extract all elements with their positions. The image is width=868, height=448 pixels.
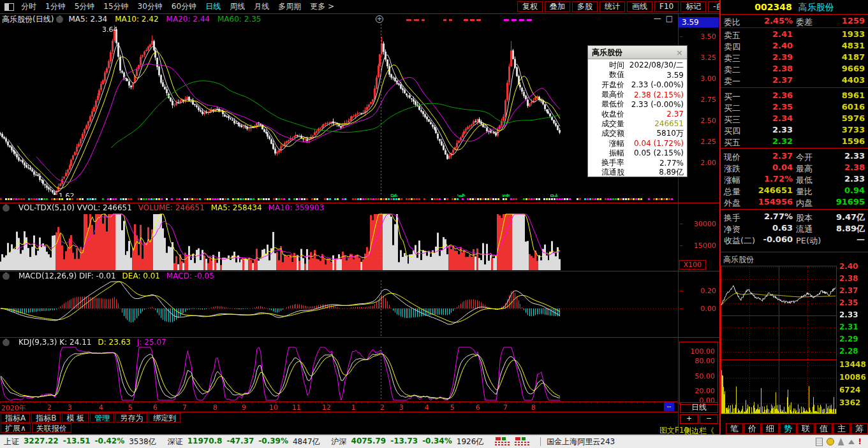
popup-row-9: 振幅0.05 (2.15%): [588, 148, 687, 158]
quote-value: 2.33: [844, 174, 865, 184]
period-tab-9[interactable]: 多周期: [278, 1, 301, 12]
zoom-in-button[interactable]: +: [680, 414, 698, 424]
broker-connection-label[interactable]: 国金上海阿里云243: [547, 437, 615, 447]
ask-level-price: 2.38: [772, 64, 793, 73]
quote-view-tab-4[interactable]: 联: [797, 423, 814, 434]
index-change: -13.73: [390, 437, 418, 447]
extension-tab-1[interactable]: 关联报价: [32, 423, 71, 433]
indicator-tab-5[interactable]: 绑定到: [149, 413, 180, 423]
bid-level-price: 2.35: [772, 102, 793, 112]
bid-level-1: 买二2.356016: [721, 101, 868, 113]
popup-row-11: 流通股8.89亿: [588, 168, 687, 177]
indicator-readout-0: MACD(12,26,9) DIF: -0.01: [18, 271, 116, 280]
indicator-tab-1[interactable]: 指标B: [31, 413, 61, 423]
chevron-down-icon[interactable]: ˇ: [3, 205, 10, 212]
indicator-readout-2: MACD: -0.05: [166, 271, 214, 280]
high-price-annotation: 3.64: [102, 25, 118, 34]
indicator-tab-2[interactable]: 模 板: [62, 413, 89, 423]
popup-row-10: 换手率2.77%: [588, 158, 687, 168]
weibi-value: 2.45%: [764, 16, 793, 25]
volume-canvas[interactable]: [0, 213, 678, 270]
time-axis[interactable]: 2020年2345678910111212345678: [0, 401, 678, 412]
weicha-label: 委差: [796, 17, 813, 28]
toolbar-button-3[interactable]: 统计: [600, 1, 625, 12]
macd-canvas[interactable]: [0, 280, 678, 336]
chart-mark-9: [511, 19, 517, 21]
indicator-tab-4[interactable]: 另存为: [115, 413, 147, 423]
indicator-tab-3[interactable]: 管理: [90, 413, 114, 423]
period-tab-3[interactable]: 15分钟: [103, 1, 128, 12]
bid-level-volume: 6016: [842, 102, 865, 112]
report-icon[interactable]: [816, 438, 823, 446]
quote-view-tab-7[interactable]: 筹: [851, 423, 868, 434]
popup-titlebar[interactable]: 高乐股份 ×: [588, 46, 687, 59]
quote-view-tab-3[interactable]: 势: [779, 423, 797, 434]
indicator-tab-0[interactable]: 指标A: [1, 413, 30, 423]
period-tab-4[interactable]: 30分钟: [138, 1, 163, 12]
quote-value: 8.89亿: [836, 223, 865, 235]
period-tab-8[interactable]: 月线: [254, 1, 269, 12]
timeline-label-17: 6: [476, 403, 480, 412]
mini-price-label-3: 2.35: [839, 298, 858, 307]
coin-icon[interactable]: [827, 438, 834, 445]
ask-level-1: 卖四2.404831: [721, 40, 868, 52]
index-value: 4075.79: [351, 437, 386, 447]
window-layout-icon[interactable]: [4, 3, 14, 11]
period-tab-2[interactable]: 5分钟: [75, 1, 95, 12]
toolbar-button-5[interactable]: F10: [654, 1, 679, 12]
tool-icon[interactable]: [838, 438, 844, 445]
popup-row-8: 涨幅0.04 (1.72%): [588, 138, 687, 148]
timeline-label-13: 2: [380, 403, 385, 412]
ask-level-volume: 4403: [842, 75, 865, 85]
close-icon[interactable]: ×: [676, 48, 683, 57]
chart-mark-11: [527, 19, 532, 21]
popup-row-1: 数值3.59: [588, 70, 687, 80]
minimize-icon[interactable]: —: [654, 14, 661, 23]
maximize-icon[interactable]: □: [666, 14, 673, 23]
quote-view-tabs: 笔价细势联值主筹: [726, 423, 868, 434]
extension-tab-0[interactable]: 扩展∧: [1, 423, 31, 433]
popup-data-rows: 时间2022/08/30/二数值3.59开盘价2.33 (-0.00%)最高价2…: [588, 59, 687, 178]
index-pct: -0.34%: [422, 437, 452, 447]
period-tab-6[interactable]: 日线: [205, 1, 221, 12]
quote-label: 内盘: [796, 198, 813, 209]
quote-view-tab-6[interactable]: 主: [833, 423, 850, 434]
period-indicator-box[interactable]: 日线: [680, 402, 718, 413]
alert-icon[interactable]: !: [858, 437, 862, 446]
kline-canvas[interactable]: [0, 24, 678, 195]
popup-row-6: 成交量246651: [588, 119, 687, 129]
chevron-down-icon[interactable]: ˇ: [3, 273, 10, 280]
quote-label: 收益(二): [724, 235, 755, 247]
mini-kline-icon[interactable]: [515, 437, 530, 446]
toolbar-button-1[interactable]: 叠加: [545, 1, 570, 12]
quote-value: 0.94: [844, 185, 865, 195]
popup-title: 高乐股份: [592, 47, 622, 58]
quote-value: 2.33: [844, 151, 865, 161]
mini-kline-icon[interactable]: [495, 437, 510, 446]
period-tab-5[interactable]: 60分钟: [172, 1, 196, 12]
toolbar-button-0[interactable]: 复权: [517, 1, 543, 12]
stock-code: 002348: [754, 2, 791, 12]
toolbar-button-6[interactable]: 标记: [680, 1, 706, 12]
rank-icon[interactable]: [848, 440, 855, 444]
period-tab-7[interactable]: 周线: [230, 1, 245, 12]
quote-view-tab-2[interactable]: 细: [761, 423, 779, 434]
period-tab-row: 分时1分钟5分钟15分钟30分钟60分钟日线周线月线多周期更多 >: [21, 1, 334, 12]
ask-level-volume: 9669: [842, 64, 865, 73]
mini-price-label-6: 2.29: [839, 335, 858, 343]
kdj-canvas[interactable]: [0, 347, 678, 401]
quote-view-tab-0[interactable]: 笔: [726, 423, 743, 434]
ask-level-0: 卖五2.411933: [721, 29, 868, 40]
quote-view-tab-1[interactable]: 价: [744, 423, 761, 434]
period-tab-10[interactable]: 更多 >: [310, 1, 334, 12]
quote-view-tab-5[interactable]: 值: [815, 423, 832, 434]
period-tab-1[interactable]: 1分钟: [45, 1, 66, 12]
zoom-out-button[interactable]: −: [700, 414, 718, 424]
quote-panel: 002348 高乐股份 委比 2.45% 委差 1259 卖五2.411933卖…: [719, 0, 868, 435]
period-tab-0[interactable]: 分时: [21, 1, 36, 12]
quote-value: -0.060: [763, 235, 793, 244]
toolbar-button-2[interactable]: 多股: [572, 1, 598, 12]
chevron-down-icon[interactable]: ˇ: [3, 339, 10, 346]
intraday-mini-chart[interactable]: [721, 266, 837, 414]
toolbar-button-4[interactable]: 画线: [627, 1, 652, 12]
